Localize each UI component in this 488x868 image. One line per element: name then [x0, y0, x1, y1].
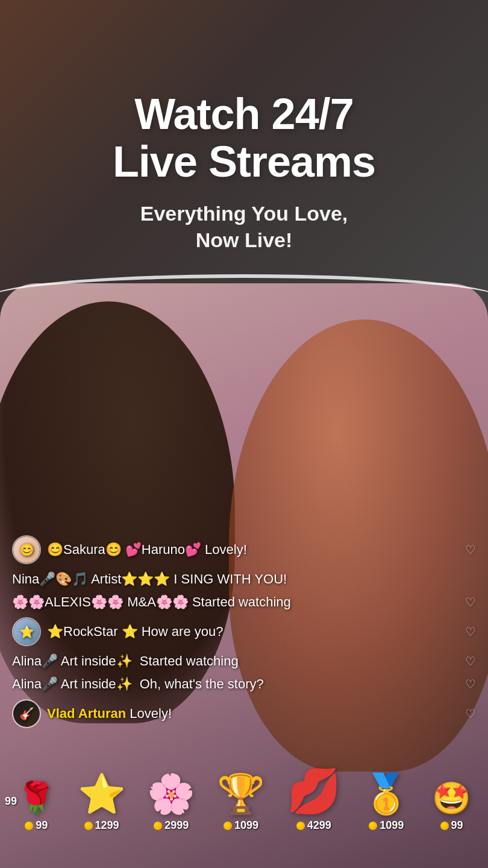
chat-message-4: ⭐ ⭐RockStar ⭐ How are you? ♡ — [12, 617, 476, 646]
coin-icon-rose — [25, 822, 33, 830]
medal-emoji: 🥇 — [362, 772, 410, 817]
gift-rose[interactable]: 🌹 99 — [17, 780, 56, 832]
lips-price-value: 4299 — [307, 819, 331, 832]
coin-icon-star — [84, 822, 93, 830]
chat-message-3: 🌸🌸ALEXIS🌸🌸 M&A🌸🌸 Started watching ♡ — [12, 594, 476, 610]
gift-star[interactable]: ⭐ 1299 — [78, 772, 126, 832]
coin-icon-starstruck — [440, 822, 449, 830]
rose-emoji: 🌹 — [17, 780, 56, 817]
heart-btn-4[interactable]: ♡ — [465, 624, 476, 639]
lips-emoji: 💋 — [287, 766, 341, 817]
chat-message-7: 🎸 Vlad Arturan Lovely! ♡ — [12, 699, 476, 728]
rose-price-value: 99 — [36, 819, 48, 832]
avatar-vlad: 🎸 — [12, 699, 41, 728]
chat-text-7: Vlad Arturan Lovely! — [47, 706, 454, 722]
flower-price: 2999 — [154, 819, 189, 832]
coin-icon-trophy — [224, 822, 232, 830]
heart-btn-1[interactable]: ♡ — [465, 542, 476, 557]
starstruck-price: 99 — [440, 819, 463, 832]
heart-btn-5[interactable]: ♡ — [465, 654, 476, 668]
chat-text-3: 🌸🌸ALEXIS🌸🌸 M&A🌸🌸 Started watching — [12, 594, 460, 610]
medal-price-value: 1099 — [380, 819, 404, 832]
avatar-sakura: 😊 — [12, 535, 41, 564]
live-section: 😊 😊Sakura😊 💕Haruno💕 Lovely! ♡ Nina🎤🎨🎵 Ar… — [0, 283, 488, 868]
main-title: Watch 24/7Live Streams — [113, 90, 375, 186]
avatar-rockstar: ⭐ — [12, 617, 41, 646]
trophy-emoji: 🏆 — [217, 772, 265, 817]
coin-icon-flower — [154, 822, 162, 830]
star-emoji: ⭐ — [78, 772, 126, 817]
avatar-vlad-circle: 🎸 — [13, 700, 40, 727]
trophy-price: 1099 — [224, 819, 258, 832]
vlad-username: Vlad Arturan — [47, 706, 126, 721]
coin-icon-lips — [296, 822, 305, 830]
lips-price: 4299 — [296, 819, 331, 832]
chat-message-5: Alina🎤 Art inside✨ Started watching ♡ — [12, 653, 476, 669]
chat-message-6: Alina🎤 Art inside✨ Oh, what's the story?… — [12, 676, 476, 692]
chat-text-4: ⭐RockStar ⭐ How are you? — [47, 624, 454, 640]
trophy-price-value: 1099 — [234, 819, 258, 832]
gift-lips[interactable]: 💋 4299 — [287, 766, 341, 832]
gifts-row: 🌹 99 ⭐ 1299 🌸 2999 🏆 1099 — [0, 766, 488, 832]
starstruck-price-value: 99 — [451, 819, 463, 832]
gift-trophy[interactable]: 🏆 1099 — [217, 772, 265, 832]
heart-btn-7[interactable]: ♡ — [465, 706, 476, 721]
chat-message-1: 😊 😊Sakura😊 💕Haruno💕 Lovely! ♡ — [12, 535, 476, 564]
gift-flower[interactable]: 🌸 2999 — [147, 772, 195, 832]
heart-btn-3[interactable]: ♡ — [465, 595, 476, 609]
flower-price-value: 2999 — [164, 819, 189, 832]
gift-medal[interactable]: 🥇 1099 — [362, 772, 410, 832]
chat-text-6: Alina🎤 Art inside✨ Oh, what's the story? — [12, 676, 460, 692]
medal-price: 1099 — [369, 819, 404, 832]
chat-text-2: Nina🎤🎨🎵 Artist⭐⭐⭐ I SING WITH YOU! — [12, 571, 476, 587]
chat-text-1: 😊Sakura😊 💕Haruno💕 Lovely! — [47, 542, 454, 558]
coin-icon-medal — [369, 822, 377, 830]
avatar-sakura-circle: 😊 — [13, 536, 40, 563]
rose-price: 99 — [25, 819, 48, 832]
chat-text-5: Alina🎤 Art inside✨ Started watching — [12, 653, 460, 669]
sub-title: Everything You Love,Now Live! — [140, 200, 348, 253]
chat-message-2: Nina🎤🎨🎵 Artist⭐⭐⭐ I SING WITH YOU! — [12, 571, 476, 587]
star-price: 1299 — [84, 819, 119, 832]
top-section: Watch 24/7Live Streams Everything You Lo… — [0, 0, 488, 319]
star-price-value: 1299 — [95, 819, 119, 832]
starstruck-emoji: 🤩 — [432, 780, 471, 817]
heart-btn-6[interactable]: ♡ — [465, 677, 476, 691]
chat-overlay: 😊 😊Sakura😊 💕Haruno💕 Lovely! ♡ Nina🎤🎨🎵 Ar… — [0, 535, 488, 735]
gift-starstruck[interactable]: 🤩 99 — [432, 780, 471, 832]
flower-emoji: 🌸 — [147, 772, 195, 817]
avatar-rockstar-circle: ⭐ — [13, 618, 40, 645]
